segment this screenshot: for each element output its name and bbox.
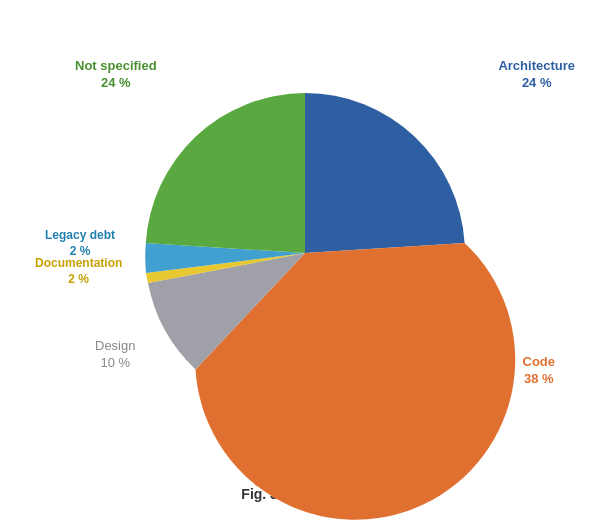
segment-not-specified [146, 93, 305, 253]
segment-architecture [305, 93, 465, 253]
label-code: Code38 % [523, 354, 556, 388]
label-documentation: Documentation2 % [35, 256, 122, 287]
pie-chart [135, 83, 475, 423]
label-architecture: Architecture24 % [498, 58, 575, 92]
chart-container: Not specified24 % Architecture24 % Legac… [15, 28, 595, 478]
label-design: Design10 % [95, 338, 135, 372]
label-legacy-debt: Legacy debt2 % [45, 228, 115, 259]
label-not-specified: Not specified24 % [75, 58, 157, 92]
